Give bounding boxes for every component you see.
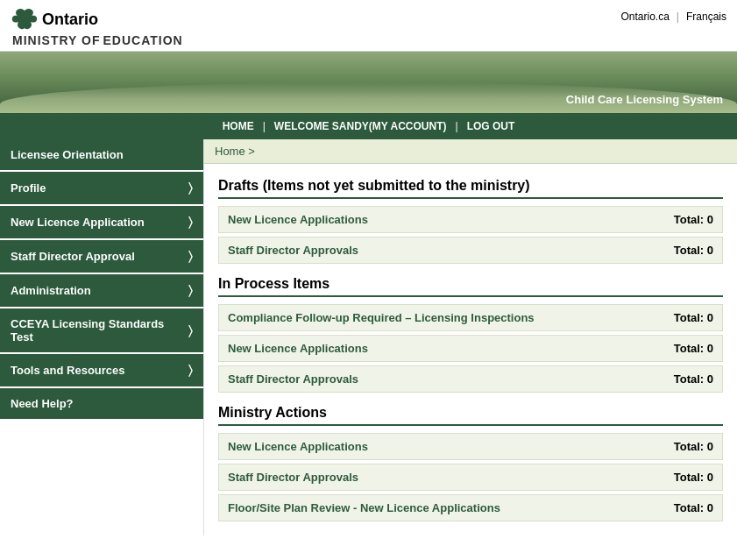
- sidebar-item-profile[interactable]: Profile 〉: [0, 172, 203, 206]
- ontario-logo: Ontario: [11, 7, 98, 32]
- in-process-row-0[interactable]: Compliance Follow-up Required – Licensin…: [218, 304, 723, 331]
- banner-title: Child Care Licensing System: [566, 93, 723, 106]
- francais-link[interactable]: Français: [686, 11, 726, 23]
- in-process-row-2-label: Staff Director Approvals: [228, 372, 358, 386]
- nav-home[interactable]: HOME: [214, 120, 263, 132]
- banner: Child Care Licensing System: [0, 52, 737, 113]
- in-process-row-0-label: Compliance Follow-up Required – Licensin…: [228, 311, 535, 324]
- sidebar: Licensee Orientation Profile 〉 New Licen…: [0, 139, 204, 535]
- cceya-arrow-icon: 〉: [188, 323, 193, 338]
- sidebar-item-licensee-orientation[interactable]: Licensee Orientation: [0, 139, 203, 172]
- link-divider: |: [677, 11, 679, 23]
- sidebar-label-administration: Administration: [11, 284, 91, 297]
- sidebar-item-help[interactable]: Need Help?: [0, 388, 203, 421]
- ministry-row-0-label: New Licence Applications: [228, 440, 368, 453]
- administration-arrow-icon: 〉: [188, 283, 193, 298]
- content-area: Home > Drafts (Items not yet submitted t…: [204, 139, 737, 535]
- sidebar-label-staff-director: Staff Director Approval: [11, 250, 135, 263]
- nav-bar: HOME | WELCOME SANDY(MY ACCOUNT) | LOG O…: [0, 113, 737, 139]
- ministry-row-1[interactable]: Staff Director Approvals Total: 0: [218, 464, 723, 491]
- drafts-section-title: Drafts (Items not yet submitted to the m…: [218, 178, 723, 199]
- ontario-ca-link[interactable]: Ontario.ca: [621, 11, 670, 23]
- top-header: Ontario MINISTRY OF EDUCATION Ontario.ca…: [0, 0, 737, 52]
- nav-welcome[interactable]: WELCOME SANDY(MY ACCOUNT): [266, 120, 456, 132]
- ministry-section-title: Ministry Actions: [218, 405, 723, 426]
- in-process-row-1-label: New Licence Applications: [228, 342, 368, 355]
- education-label: EDUCATION: [103, 33, 183, 47]
- staff-director-arrow-icon: 〉: [188, 249, 193, 264]
- drafts-row-0-total: Total: 0: [674, 213, 713, 226]
- drafts-row-1-label: Staff Director Approvals: [228, 244, 358, 257]
- ontario-brand-text: Ontario: [42, 11, 98, 29]
- sidebar-item-tools[interactable]: Tools and Resources 〉: [0, 354, 203, 388]
- drafts-row-0[interactable]: New Licence Applications Total: 0: [218, 206, 723, 233]
- ministry-row-0[interactable]: New Licence Applications Total: 0: [218, 433, 723, 460]
- tools-arrow-icon: 〉: [188, 363, 193, 378]
- ministry-row-0-total: Total: 0: [674, 440, 713, 453]
- sidebar-item-administration[interactable]: Administration 〉: [0, 274, 203, 308]
- drafts-row-1-total: Total: 0: [674, 244, 713, 257]
- sidebar-label-tools: Tools and Resources: [11, 364, 125, 377]
- logo-area: Ontario MINISTRY OF EDUCATION: [11, 7, 183, 47]
- sidebar-label-new-licence: New Licence Application: [11, 216, 145, 229]
- sidebar-item-new-licence[interactable]: New Licence Application 〉: [0, 206, 203, 240]
- sidebar-label-licensee: Licensee Orientation: [11, 148, 124, 161]
- ministry-row-2[interactable]: Floor/Site Plan Review - New Licence App…: [218, 494, 723, 521]
- breadcrumb: Home >: [204, 139, 737, 164]
- content-body: Drafts (Items not yet submitted to the m…: [204, 164, 737, 535]
- in-process-section-title: In Process Items: [218, 276, 723, 297]
- ministry-row-2-label: Floor/Site Plan Review - New Licence App…: [228, 501, 500, 514]
- ministry-text: MINISTRY OF EDUCATION: [12, 33, 183, 47]
- sidebar-item-staff-director[interactable]: Staff Director Approval 〉: [0, 240, 203, 274]
- ministry-row-1-total: Total: 0: [674, 471, 713, 484]
- sidebar-item-cceya[interactable]: CCEYA Licensing Standards Test 〉: [0, 308, 203, 354]
- profile-arrow-icon: 〉: [188, 181, 193, 195]
- drafts-row-1[interactable]: Staff Director Approvals Total: 0: [218, 237, 723, 264]
- ministry-of-label: MINISTRY OF: [12, 33, 100, 47]
- in-process-row-1[interactable]: New Licence Applications Total: 0: [218, 335, 723, 362]
- in-process-row-1-total: Total: 0: [674, 342, 713, 355]
- sidebar-label-cceya: CCEYA Licensing Standards Test: [11, 317, 188, 344]
- main-layout: Licensee Orientation Profile 〉 New Licen…: [0, 139, 737, 535]
- top-links: Ontario.ca | Français: [621, 11, 727, 23]
- nav-logout[interactable]: LOG OUT: [458, 120, 524, 132]
- in-process-row-2-total: Total: 0: [674, 372, 713, 386]
- sidebar-label-profile: Profile: [11, 181, 46, 195]
- in-process-row-2[interactable]: Staff Director Approvals Total: 0: [218, 365, 723, 393]
- new-licence-arrow-icon: 〉: [188, 215, 193, 230]
- drafts-row-0-label: New Licence Applications: [228, 213, 368, 226]
- trillium-icon: [11, 7, 39, 32]
- in-process-row-0-total: Total: 0: [674, 311, 713, 324]
- ministry-row-1-label: Staff Director Approvals: [228, 471, 358, 484]
- sidebar-label-help: Need Help?: [11, 397, 74, 410]
- ministry-row-2-total: Total: 0: [674, 501, 713, 514]
